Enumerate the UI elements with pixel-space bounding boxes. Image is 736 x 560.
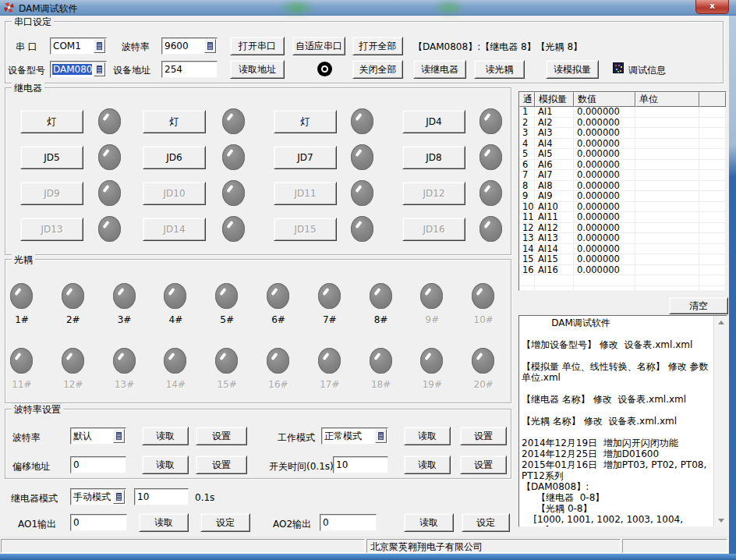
close-all-button[interactable]: 关闭全部 — [352, 60, 403, 79]
scroll-up-button[interactable] — [714, 316, 727, 328]
table-row[interactable]: 11AI110.000000 — [519, 212, 726, 223]
dropdown-arrow-icon[interactable] — [94, 39, 105, 53]
table-row[interactable]: 2AI20.000000 — [519, 118, 726, 129]
table-row[interactable]: 15AI150.000000 — [519, 254, 726, 265]
table-row[interactable]: 6AI60.000000 — [519, 160, 726, 171]
ao2-read-button[interactable]: 读取 — [404, 513, 454, 532]
read-relay-button[interactable]: 读继电器 — [413, 60, 466, 79]
column-header[interactable] — [699, 92, 726, 107]
table-row[interactable]: 3AI30.000000 — [519, 128, 726, 139]
table-row[interactable]: 16AI160.000000 — [519, 265, 726, 276]
relay-button: JD14 — [143, 218, 206, 241]
relay-led-indicator — [222, 144, 245, 170]
debug-info-icon[interactable] — [613, 62, 624, 73]
relay-button[interactable]: 灯 — [143, 110, 206, 133]
device-model-select[interactable]: DAM0808 — [50, 61, 107, 78]
relay-button[interactable]: JD5 — [20, 146, 83, 169]
work-mode-set-button[interactable]: 设置 — [460, 427, 507, 445]
relay-mode-time-input[interactable] — [134, 488, 189, 505]
table-row[interactable]: 9AI90.000000 — [519, 191, 726, 202]
adaptive-port-button[interactable]: 自适应串口 — [292, 37, 345, 55]
offset-set-button[interactable]: 设置 — [196, 455, 247, 474]
switch-time-read-button[interactable]: 读取 — [404, 455, 451, 474]
status-company: 北京聚英翱翔电子有限公司 — [366, 539, 621, 553]
opto-led-indicator — [318, 283, 341, 309]
offset-input[interactable] — [70, 456, 126, 473]
close-button[interactable]: x — [695, 0, 729, 14]
device-address-input[interactable] — [161, 61, 218, 78]
offset-read-button[interactable]: 读取 — [142, 455, 189, 474]
ao1-read-button[interactable]: 读取 — [139, 513, 189, 532]
relay-button[interactable]: JD4 — [402, 110, 465, 133]
relay-led-indicator — [222, 108, 245, 134]
baud-label: 波特率 — [122, 41, 150, 54]
opto-led-indicator — [472, 283, 494, 309]
window-title: DAM调试软件 — [19, 2, 78, 16]
table-cell: 12 — [519, 223, 535, 234]
read-address-button[interactable]: 读取地址 — [230, 60, 285, 79]
opto-label: 3# — [109, 314, 140, 325]
table-cell: 10 — [519, 202, 535, 213]
baud-select[interactable]: 9600 — [161, 37, 218, 55]
work-mode-read-button[interactable]: 读取 — [404, 427, 451, 445]
opto-label: 9# — [416, 314, 448, 325]
baud-setting-select[interactable]: 默认 — [70, 427, 126, 445]
table-row[interactable]: 4AI40.000000 — [519, 139, 726, 150]
relay-mode-select[interactable]: 手动模式 — [70, 488, 126, 505]
relay-button[interactable]: 灯 — [274, 110, 337, 133]
work-mode-select[interactable]: 正常模式 — [321, 427, 388, 445]
table-cell — [699, 118, 726, 129]
table-cell: 8 — [519, 181, 535, 192]
open-all-button[interactable]: 打开全部 — [352, 37, 403, 55]
scrollbar[interactable] — [713, 316, 727, 526]
ao1-set-button[interactable]: 设定 — [200, 513, 250, 532]
dropdown-arrow-icon[interactable] — [113, 429, 125, 443]
dropdown-arrow-icon[interactable] — [113, 490, 125, 504]
column-header[interactable]: 模拟量 — [535, 92, 574, 107]
table-row[interactable]: 8AI80.000000 — [519, 181, 726, 192]
baud-read-button[interactable]: 读取 — [142, 427, 189, 445]
table-row[interactable]: 14AI140.000000 — [519, 244, 726, 255]
column-header[interactable]: 数值 — [574, 92, 635, 107]
com-port-value: COM1 — [51, 41, 94, 51]
switch-time-input[interactable] — [333, 456, 388, 473]
switch-time-set-button[interactable]: 设置 — [460, 455, 507, 474]
scroll-down-button[interactable] — [714, 514, 727, 526]
table-row[interactable]: 12AI120.000000 — [519, 223, 726, 234]
table-row[interactable]: 5AI50.000000 — [519, 149, 726, 160]
column-header[interactable]: 通 — [519, 92, 535, 107]
table-row[interactable]: 13AI130.000000 — [519, 233, 726, 244]
open-port-button[interactable]: 打开串口 — [230, 37, 285, 55]
opto-label: 16# — [263, 379, 294, 390]
dropdown-arrow-icon[interactable] — [204, 39, 216, 53]
table-cell — [635, 275, 699, 286]
table-cell — [635, 223, 699, 234]
ao2-input[interactable] — [320, 514, 377, 531]
read-opto-button[interactable]: 读光耦 — [474, 60, 525, 79]
column-header[interactable]: 单位 — [635, 92, 699, 107]
table-cell — [699, 212, 726, 223]
ao2-set-button[interactable]: 设定 — [462, 513, 510, 532]
table-cell: 0.000000 — [574, 139, 635, 150]
table-row[interactable] — [519, 275, 726, 286]
dropdown-arrow-icon[interactable] — [94, 62, 105, 76]
app-icon — [3, 2, 15, 13]
table-row[interactable]: 1AI10.000000 — [519, 107, 726, 118]
com-port-select[interactable]: COM1 — [50, 37, 107, 55]
ao1-input[interactable] — [70, 514, 127, 531]
relay-button[interactable]: 灯 — [20, 110, 83, 133]
clear-button[interactable]: 清空 — [669, 297, 728, 314]
baud-set-button[interactable]: 设置 — [196, 427, 247, 445]
opto-label: 4# — [160, 314, 191, 325]
read-analog-button[interactable]: 读模拟量 — [546, 60, 599, 79]
table-row[interactable] — [519, 286, 726, 292]
relay-button[interactable]: JD7 — [274, 146, 337, 169]
table-row[interactable]: 10AI100.000000 — [519, 202, 726, 213]
relay-button[interactable]: JD6 — [143, 146, 206, 169]
relay-button[interactable]: JD8 — [402, 146, 465, 169]
opto-led-indicator — [164, 283, 186, 309]
dropdown-arrow-icon[interactable] — [375, 429, 387, 443]
table-cell — [574, 275, 635, 286]
table-row[interactable]: 7AI70.000000 — [519, 170, 726, 181]
statusbar: 北京聚英翱翔电子有限公司 — [0, 537, 729, 554]
